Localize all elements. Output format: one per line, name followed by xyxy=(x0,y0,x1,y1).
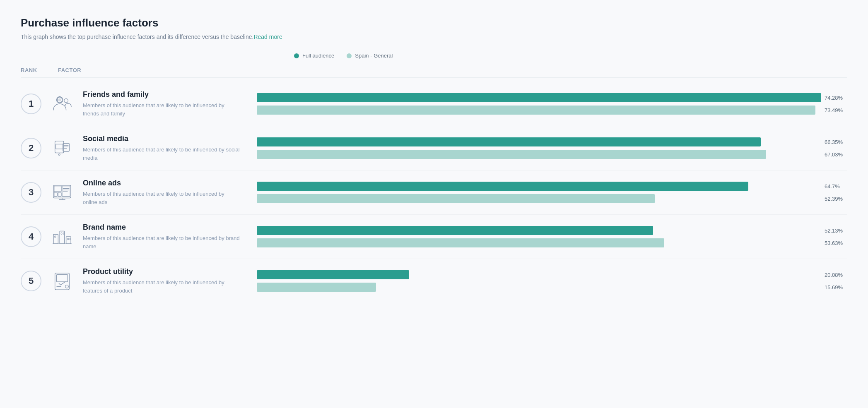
legend-baseline: Spain - General xyxy=(347,53,393,59)
bar-fill-baseline xyxy=(257,194,655,203)
legend-full-label: Full audience xyxy=(302,53,334,59)
bar-row-baseline: 52.39% xyxy=(257,194,847,203)
factor-info: Product utility Members of this audience… xyxy=(83,267,240,295)
factor-info: Online ads Members of this audience that… xyxy=(83,179,240,206)
rank-circle: 2 xyxy=(21,138,41,158)
bar-label-baseline: 67.03% xyxy=(825,151,847,158)
factor-info: Brand name Members of this audience that… xyxy=(83,223,240,250)
rank-circle: 5 xyxy=(21,271,41,291)
bar-track-full xyxy=(257,93,821,102)
bar-fill-baseline xyxy=(257,238,664,247)
factor-description: Members of this audience that are likely… xyxy=(83,234,240,250)
bar-row-full: 74.28% xyxy=(257,93,847,102)
bar-track-baseline xyxy=(257,150,821,159)
svg-rect-30 xyxy=(55,273,70,290)
bar-label-baseline: 73.49% xyxy=(825,107,847,113)
bar-label-baseline: 53.63% xyxy=(825,240,847,246)
bar-row-full: 20.08% xyxy=(257,270,847,279)
bars-container: 20.08% 15.69% xyxy=(240,270,847,292)
bars-container: 52.13% 53.63% xyxy=(240,226,847,247)
bar-fill-baseline xyxy=(257,283,376,292)
svg-rect-4 xyxy=(55,141,64,153)
bar-track-baseline xyxy=(257,194,821,203)
bar-row-baseline: 67.03% xyxy=(257,150,847,159)
svg-point-33 xyxy=(65,285,69,288)
factor-info: Friends and family Members of this audie… xyxy=(83,90,240,118)
svg-rect-31 xyxy=(57,275,68,282)
subtitle: This graph shows the top purchase influe… xyxy=(21,34,847,40)
bar-fill-full xyxy=(257,270,409,279)
svg-rect-28 xyxy=(68,238,69,240)
column-headers: Rank Factor xyxy=(21,67,847,78)
svg-rect-12 xyxy=(54,186,61,192)
bar-row-full: 64.7% xyxy=(257,182,847,191)
factor-name: Online ads xyxy=(83,179,240,187)
svg-rect-15 xyxy=(62,186,70,197)
bar-label-full: 52.13% xyxy=(825,228,847,234)
table-row: 1 Friends and family Members of this aud… xyxy=(21,82,847,126)
factor-icon-social xyxy=(50,136,75,161)
svg-point-1 xyxy=(64,99,68,103)
rank-circle: 4 xyxy=(21,226,41,247)
bar-row-full: 52.13% xyxy=(257,226,847,235)
table-row: 3 Online ads Members of this audience th… xyxy=(21,170,847,215)
svg-point-2 xyxy=(58,99,61,101)
svg-rect-13 xyxy=(54,192,58,197)
bars-container: 64.7% 52.39% xyxy=(240,182,847,203)
bar-fill-baseline xyxy=(257,106,815,115)
bar-label-baseline: 52.39% xyxy=(825,196,847,202)
factor-name: Brand name xyxy=(83,223,240,232)
svg-rect-27 xyxy=(63,233,65,234)
factor-description: Members of this audience that are likely… xyxy=(83,101,240,118)
read-more-link[interactable]: Read more xyxy=(253,34,282,40)
svg-rect-23 xyxy=(66,237,71,244)
factor-name: Friends and family xyxy=(83,90,240,99)
bar-row-baseline: 73.49% xyxy=(257,106,847,115)
bar-fill-baseline xyxy=(257,150,766,159)
subtitle-text: This graph shows the top purchase influe… xyxy=(21,34,253,40)
factor-info: Social media Members of this audience th… xyxy=(83,134,240,162)
svg-rect-29 xyxy=(70,238,70,240)
bar-label-full: 64.7% xyxy=(825,183,847,190)
bar-track-full xyxy=(257,182,821,191)
bar-fill-full xyxy=(257,226,653,235)
rank-circle: 1 xyxy=(21,94,41,114)
bars-container: 74.28% 73.49% xyxy=(240,93,847,115)
factor-icon-ads xyxy=(50,180,75,205)
factor-name: Social media xyxy=(83,134,240,143)
bar-label-full: 66.35% xyxy=(825,139,847,145)
bar-track-baseline xyxy=(257,283,821,292)
svg-rect-14 xyxy=(58,192,61,197)
svg-rect-25 xyxy=(55,236,56,238)
factor-icon-brand xyxy=(50,224,75,249)
svg-rect-26 xyxy=(61,233,62,234)
bar-label-baseline: 15.69% xyxy=(825,284,847,290)
factor-icon-friends xyxy=(50,91,75,116)
bar-row-baseline: 15.69% xyxy=(257,283,847,292)
rank-circle: 3 xyxy=(21,182,41,203)
rows-container: 1 Friends and family Members of this aud… xyxy=(21,82,847,303)
legend-dot-baseline xyxy=(347,53,352,58)
svg-point-6 xyxy=(58,154,60,155)
legend: Full audience Spain - General xyxy=(21,53,847,59)
col-header-factor: Factor xyxy=(58,67,265,73)
legend-dot-full xyxy=(294,53,299,58)
bar-fill-full xyxy=(257,182,748,191)
bar-track-baseline xyxy=(257,106,821,115)
col-header-rank: Rank xyxy=(21,67,58,73)
svg-rect-5 xyxy=(56,144,63,149)
bar-label-full: 20.08% xyxy=(825,272,847,278)
factor-description: Members of this audience that are likely… xyxy=(83,190,240,206)
table-row: 4 Brand name Members of this audience th… xyxy=(21,215,847,259)
bar-track-full xyxy=(257,270,821,279)
bar-row-baseline: 53.63% xyxy=(257,238,847,247)
bar-track-full xyxy=(257,137,821,146)
table-row: 5 Product utility Members of this audien… xyxy=(21,259,847,303)
factor-name: Product utility xyxy=(83,267,240,276)
bar-track-full xyxy=(257,226,821,235)
bar-track-baseline xyxy=(257,238,821,247)
bar-fill-full xyxy=(257,93,821,102)
factor-description: Members of this audience that are likely… xyxy=(83,278,240,295)
table-row: 2 Social media Members of this audience … xyxy=(21,126,847,170)
bar-row-full: 66.35% xyxy=(257,137,847,146)
